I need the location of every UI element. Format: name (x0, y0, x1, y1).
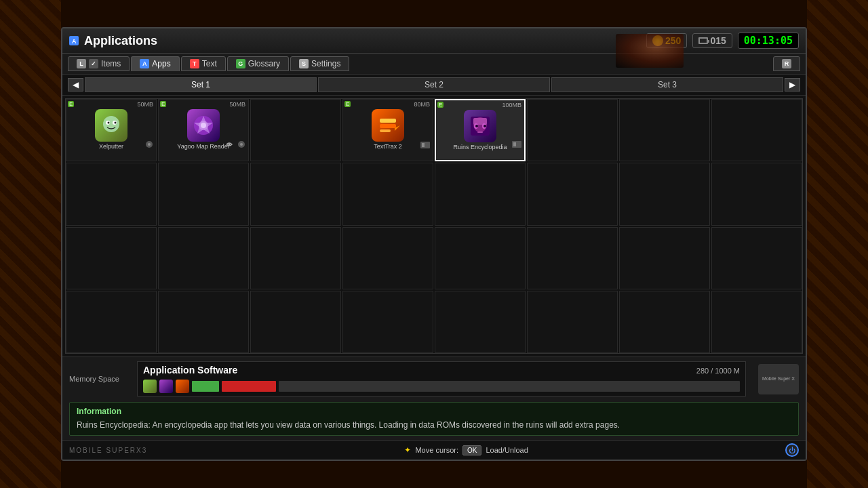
app-ruins-size: 100MB (502, 102, 521, 108)
mem-icon-yagoo (159, 380, 173, 393)
device-thumbnail: Mobile Super X (758, 364, 799, 394)
svg-rect-13 (380, 119, 396, 123)
app-ruins-badge: E (437, 102, 443, 108)
app-xelputter-settings-icon (145, 139, 153, 151)
svg-point-10 (229, 144, 231, 146)
svg-point-6 (148, 143, 151, 146)
app-texttrax-size: 80MB (414, 101, 430, 108)
app-cell-empty-27 (711, 227, 802, 289)
app-yagoo-name: Yagoo Map Reader (177, 143, 229, 150)
battery-display: 015 (692, 33, 732, 48)
app-cell-empty-34 (435, 291, 526, 353)
tab-glossary-label: Glossary (248, 59, 280, 68)
set-bar: ◀ Set 1 Set 2 Set 3 ▶ (62, 75, 806, 96)
app-yagoo-settings-icon (237, 139, 245, 151)
battery-icon (698, 37, 708, 44)
controls-hint: ✦ Move cursor: OK Load/Unload (404, 445, 528, 455)
tab-apps[interactable]: A Apps (131, 56, 179, 71)
svg-point-25 (484, 125, 486, 127)
status-bar: MOBILE SUPERX3 ✦ Move cursor: OK Load/Un… (62, 440, 806, 460)
main-window: A Applications 250 015 00:13:05 L ✓ Item… (61, 27, 807, 461)
tab-items[interactable]: L ✓ Items (68, 56, 130, 71)
app-ruins-name: Ruins Encyclopedia (453, 144, 507, 151)
tab-settings[interactable]: S Settings (290, 56, 349, 71)
svg-rect-18 (422, 143, 425, 147)
tab-text[interactable]: T Text (181, 56, 226, 71)
app-yagoo-size: 50MB (229, 101, 245, 108)
tab-apps-label: Apps (152, 59, 170, 68)
app-texttrax-storage-icon (420, 139, 430, 151)
app-cell-empty-25 (527, 227, 618, 289)
tab-glossary[interactable]: G Glossary (227, 56, 289, 71)
app-cell-empty-20 (66, 227, 157, 289)
app-cell-empty-11 (158, 163, 249, 225)
device-label: MOBILE SUPERX3 (69, 447, 147, 454)
app-cell-empty-37 (711, 291, 802, 353)
svg-point-24 (475, 125, 478, 127)
set-prev-button[interactable]: ◀ (68, 78, 83, 92)
svg-rect-14 (380, 124, 396, 128)
app-yagoo-link-icon (225, 139, 233, 151)
app-cell-empty-13 (342, 163, 433, 225)
window-title: Applications (84, 34, 157, 48)
app-yagoo-badge: E (160, 101, 166, 107)
set-tab-1[interactable]: Set 1 (85, 77, 317, 92)
app-cell-empty-23 (342, 227, 433, 289)
header-image (616, 34, 684, 68)
mem-bar-green (192, 381, 219, 392)
app-cell-texttrax[interactable]: 80MB E TextTrax 2 (342, 99, 433, 161)
tab-items-label: Items (101, 59, 121, 68)
app-cell-empty-16 (619, 163, 710, 225)
set-tab-3[interactable]: Set 3 (551, 77, 783, 92)
tab-badge-s: S (299, 59, 309, 68)
tab-r[interactable]: R (773, 56, 800, 71)
app-yagoo-icon (187, 109, 220, 142)
tab-settings-label: Settings (311, 59, 340, 68)
app-cell-empty-05 (527, 99, 618, 161)
app-cell-empty-30 (66, 291, 157, 353)
app-cell-empty-24 (435, 227, 526, 289)
tab-text-label: Text (202, 59, 217, 68)
app-texttrax-badge: E (344, 101, 351, 107)
set-next-button[interactable]: ▶ (785, 78, 800, 92)
app-ruins-icon (464, 110, 496, 142)
power-button[interactable] (785, 443, 799, 457)
set-tab-2[interactable]: Set 2 (318, 77, 550, 92)
memory-amount: 280 / 1000 M (696, 367, 740, 375)
memory-bar: Memory Space Application Software 280 / … (62, 357, 806, 399)
memory-label: Memory Space (69, 375, 130, 383)
svg-rect-15 (380, 129, 391, 132)
app-cell-empty-06 (619, 99, 710, 161)
app-cell-empty-10 (66, 163, 157, 225)
tab-badge-l: L (77, 59, 86, 68)
svg-rect-28 (513, 142, 516, 146)
mem-icon-xelputter (143, 380, 157, 393)
app-cell-empty-07 (711, 99, 802, 161)
svg-rect-26 (477, 131, 483, 133)
app-xelputter-icon (95, 109, 127, 142)
memory-app-name: Application Software (143, 365, 237, 375)
app-cell-empty-17 (711, 163, 802, 225)
header-left: A Applications (69, 34, 157, 48)
info-text: Ruins Encyclopedia: An encyclopedia app … (77, 419, 791, 431)
app-texttrax-name: TextTrax 2 (374, 143, 402, 150)
app-ruins-storage-icon (512, 138, 521, 150)
svg-point-3 (108, 122, 110, 124)
header-bar: A Applications 250 015 00:13:05 (62, 28, 806, 54)
app-texttrax-icon (372, 109, 404, 142)
app-xelputter-size: 50MB (137, 101, 153, 108)
app-cell-ruins[interactable]: 100MB E (435, 99, 526, 161)
app-cell-empty-15 (527, 163, 618, 225)
header-image-face (616, 34, 684, 68)
ok-button[interactable]: OK (462, 445, 481, 455)
app-cell-empty-14 (435, 163, 526, 225)
timer-display: 00:13:05 (738, 33, 799, 49)
svg-point-0 (103, 116, 119, 132)
tab-badge-t: T (190, 59, 199, 68)
svg-point-12 (240, 143, 243, 146)
app-cell-yagoo[interactable]: 50MB E Yagoo Map Reader (158, 99, 249, 161)
app-cell-empty-12 (250, 163, 341, 225)
app-cell-xelputter[interactable]: 50MB E Xelputter (66, 99, 157, 161)
memory-info-box: Application Software 280 / 1000 M (137, 361, 746, 396)
mem-icon-texttrax (176, 380, 189, 393)
